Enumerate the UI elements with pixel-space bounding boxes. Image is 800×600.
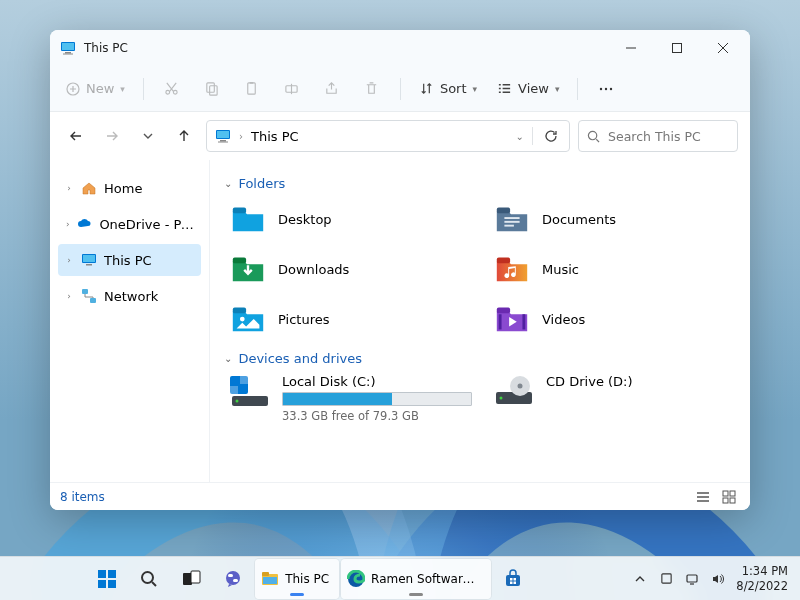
share-button[interactable] — [314, 72, 350, 106]
svg-rect-71 — [662, 574, 671, 583]
close-button[interactable] — [700, 30, 746, 66]
svg-rect-70 — [514, 581, 517, 584]
svg-rect-61 — [233, 579, 238, 582]
details-view-toggle[interactable] — [692, 487, 714, 507]
sidebar-item-this-pc[interactable]: › This PC — [58, 244, 201, 276]
taskbar: This PC Ramen Software... 1:34 PM 8/2/20… — [0, 556, 800, 600]
tray-security-icon[interactable] — [658, 571, 674, 587]
delete-button[interactable] — [354, 72, 390, 106]
drive-cd-d[interactable]: CD Drive (D:) — [488, 372, 742, 425]
drive-local-c[interactable]: Local Disk (C:) 33.3 GB free of 79.3 GB — [224, 372, 478, 425]
folder-label: Videos — [542, 312, 585, 327]
item-count: 8 items — [60, 490, 105, 504]
this-pc-icon — [60, 40, 76, 56]
svg-point-43 — [236, 400, 239, 403]
main-content: ⌄ Folders Desktop Documents Downloads — [210, 160, 750, 482]
cloud-icon — [77, 215, 93, 233]
documents-icon — [492, 199, 532, 239]
new-label: New — [86, 81, 114, 96]
taskbar-clock[interactable]: 1:34 PM 8/2/2022 — [736, 564, 788, 593]
sidebar-item-onedrive[interactable]: › OneDrive - Personal — [58, 208, 201, 240]
svg-point-56 — [142, 572, 153, 583]
sort-icon — [419, 81, 434, 96]
expand-icon[interactable]: › — [64, 183, 74, 193]
up-button[interactable] — [170, 122, 198, 150]
svg-rect-32 — [233, 258, 246, 264]
forward-button[interactable] — [98, 122, 126, 150]
maximize-button[interactable] — [654, 30, 700, 66]
sort-button[interactable]: Sort ▾ — [411, 72, 485, 106]
folder-label: Desktop — [278, 212, 332, 227]
back-button[interactable] — [62, 122, 90, 150]
task-view-icon — [181, 569, 201, 589]
breadcrumb[interactable]: This PC — [251, 129, 508, 144]
system-tray[interactable]: 1:34 PM 8/2/2022 — [620, 564, 800, 593]
search-box[interactable]: Search This PC — [578, 120, 738, 152]
cut-button[interactable] — [154, 72, 190, 106]
search-button[interactable] — [129, 559, 169, 599]
svg-rect-55 — [108, 580, 116, 588]
start-button[interactable] — [87, 559, 127, 599]
tray-chevron-icon[interactable] — [632, 571, 648, 587]
large-icons-toggle[interactable] — [718, 487, 740, 507]
chat-button[interactable] — [213, 559, 253, 599]
minimize-button[interactable] — [608, 30, 654, 66]
paste-button[interactable] — [234, 72, 270, 106]
svg-rect-30 — [504, 221, 519, 223]
svg-rect-36 — [497, 308, 510, 314]
edge-icon — [347, 570, 365, 588]
chevron-down-icon: ⌄ — [224, 353, 232, 364]
new-button[interactable]: New ▾ — [58, 72, 133, 106]
folders-header[interactable]: ⌄ Folders — [224, 176, 742, 191]
folder-desktop[interactable]: Desktop — [224, 197, 478, 241]
copy-button[interactable] — [194, 72, 230, 106]
sidebar-item-label: OneDrive - Personal — [99, 217, 195, 232]
tray-network-icon[interactable] — [684, 571, 700, 587]
svg-point-14 — [600, 87, 602, 89]
rename-button[interactable] — [274, 72, 310, 106]
chevron-right-icon: › — [239, 131, 243, 142]
chevron-down-icon[interactable]: ⌄ — [516, 131, 524, 142]
task-view-button[interactable] — [171, 559, 211, 599]
more-button[interactable] — [588, 72, 624, 106]
refresh-button[interactable] — [541, 129, 561, 143]
drive-label: CD Drive (D:) — [546, 374, 738, 389]
desktop-icon — [228, 199, 268, 239]
svg-rect-67 — [510, 578, 513, 581]
svg-point-7 — [166, 90, 170, 94]
svg-rect-52 — [98, 570, 106, 578]
svg-rect-34 — [233, 308, 246, 314]
network-icon — [80, 287, 98, 305]
svg-rect-51 — [730, 498, 735, 503]
folder-label: Downloads — [278, 262, 349, 277]
folder-music[interactable]: Music — [488, 247, 742, 291]
titlebar[interactable]: This PC — [50, 30, 750, 66]
recent-button[interactable] — [134, 122, 162, 150]
svg-rect-50 — [723, 498, 728, 503]
view-button[interactable]: View ▾ — [489, 72, 567, 106]
cd-drive-icon — [492, 374, 536, 410]
drives-header[interactable]: ⌄ Devices and drives — [224, 351, 742, 366]
rename-icon — [284, 81, 299, 96]
svg-rect-31 — [504, 225, 514, 227]
store-button[interactable] — [493, 559, 533, 599]
svg-rect-12 — [250, 82, 254, 84]
svg-rect-49 — [730, 491, 735, 496]
taskbar-task-explorer[interactable]: This PC — [255, 559, 339, 599]
svg-rect-64 — [263, 577, 277, 584]
copy-icon — [204, 81, 219, 96]
taskbar-task-edge[interactable]: Ramen Software... — [341, 559, 491, 599]
expand-icon[interactable]: › — [64, 255, 74, 265]
address-bar[interactable]: › This PC ⌄ — [206, 120, 570, 152]
folder-videos[interactable]: Videos — [488, 297, 742, 341]
view-label: View — [518, 81, 549, 96]
clipboard-icon — [244, 81, 259, 96]
expand-icon[interactable]: › — [64, 291, 74, 301]
folder-downloads[interactable]: Downloads — [224, 247, 478, 291]
folder-pictures[interactable]: Pictures — [224, 297, 478, 341]
expand-icon[interactable]: › — [64, 219, 71, 229]
sidebar-item-network[interactable]: › Network — [58, 280, 201, 312]
folder-documents[interactable]: Documents — [488, 197, 742, 241]
tray-volume-icon[interactable] — [710, 571, 726, 587]
sidebar-item-home[interactable]: › Home — [58, 172, 201, 204]
